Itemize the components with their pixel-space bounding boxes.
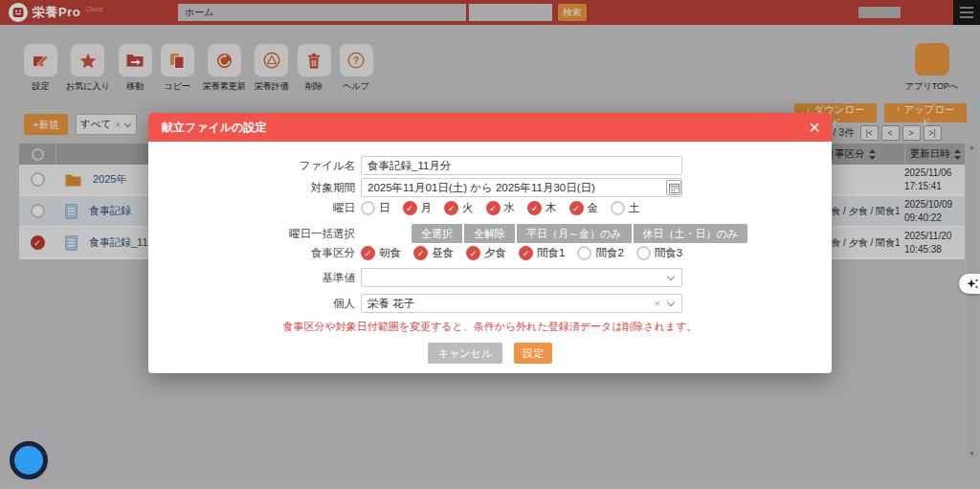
meal-option-label: 昼食 — [432, 246, 454, 260]
weekday-option-label: 日 — [379, 201, 390, 215]
meal-option-label: 朝食 — [379, 246, 401, 260]
meal-option[interactable]: ✓朝食 — [361, 246, 401, 260]
meal-category-label: 食事区分 — [148, 246, 361, 260]
weekday-option[interactable]: ✓水 — [486, 201, 516, 215]
meal-option[interactable]: ✓夕食 — [466, 246, 506, 260]
weekday-option[interactable]: ✓火 — [444, 201, 474, 215]
checked-circle-icon: ✓ — [403, 201, 417, 215]
weekday-option-label: 土 — [629, 201, 640, 215]
select-all-button[interactable]: 全選択 — [412, 224, 462, 243]
weekday-option-label: 木 — [546, 201, 557, 215]
checked-circle-icon: ✓ — [361, 246, 375, 260]
file-name-input[interactable] — [361, 156, 682, 175]
meal-options: ✓朝食✓昼食✓夕食✓間食1間食2間食3 — [361, 246, 811, 260]
app-screen: 栄養ProCloud ホーム 検索 設定お気に入り移動コピー栄養素更新栄養評価削… — [0, 0, 980, 489]
checked-circle-icon: ✓ — [444, 201, 458, 215]
weekday-option-label: 火 — [462, 201, 474, 215]
checked-circle-icon: ✓ — [527, 201, 542, 215]
dialog-header: 献立ファイルの設定 × — [148, 113, 832, 142]
deselect-all-button[interactable]: 全解除 — [464, 224, 515, 243]
weekday-option-label: 金 — [588, 201, 599, 215]
checked-circle-icon: ✓ — [569, 201, 584, 215]
period-input[interactable] — [361, 178, 682, 197]
person-label: 個人 — [148, 297, 361, 311]
warning-message: 食事区分や対象日付範囲を変更すると、条件から外れた登録済データは削除されます。 — [148, 320, 832, 334]
menu-file-settings-dialog: 献立ファイルの設定 × ファイル名 対象期間 曜日 日✓月✓火✓水✓木✓金土 曜… — [148, 113, 832, 373]
checked-circle-icon: ✓ — [413, 246, 428, 260]
sparkle-icon — [966, 278, 979, 291]
side-panel-toggle[interactable] — [959, 274, 980, 294]
submit-button[interactable]: 設定 — [514, 343, 552, 364]
weekday-option[interactable]: 日 — [361, 201, 390, 215]
dialog-title: 献立ファイルの設定 — [162, 120, 266, 136]
meal-option-label: 間食2 — [595, 246, 623, 260]
meal-option-label: 夕食 — [484, 246, 506, 260]
accessibility-widget-button[interactable] — [10, 441, 48, 479]
checked-circle-icon: ✓ — [486, 201, 501, 215]
meal-option[interactable]: ✓昼食 — [413, 246, 454, 260]
weekday-option[interactable]: ✓月 — [403, 201, 433, 215]
close-icon[interactable]: × — [809, 118, 820, 137]
checked-circle-icon: ✓ — [519, 246, 533, 260]
meal-option-label: 間食3 — [655, 246, 682, 260]
person-select[interactable]: 栄養 花子 × — [361, 294, 682, 313]
weekday-option[interactable]: ✓金 — [569, 201, 599, 215]
batch-buttons: 全選択全解除平日（月～金）のみ休日（土・日）のみ — [412, 224, 747, 243]
cancel-button[interactable]: キャンセル — [428, 343, 502, 364]
checked-circle-icon: ✓ — [466, 246, 480, 260]
weekday-option[interactable]: ✓木 — [527, 201, 557, 215]
unchecked-circle-icon — [636, 246, 651, 260]
meal-option[interactable]: 間食2 — [577, 246, 623, 260]
weekends-only-button[interactable]: 休日（土・日）のみ — [634, 224, 748, 243]
batch-select-label: 曜日一括選択 — [148, 227, 361, 241]
meal-option-label: 間食1 — [537, 246, 565, 260]
unchecked-circle-icon — [361, 201, 375, 215]
file-name-label: ファイル名 — [148, 159, 361, 173]
meal-option[interactable]: 間食3 — [636, 246, 682, 260]
unchecked-circle-icon — [611, 201, 625, 215]
meal-option[interactable]: ✓間食1 — [519, 246, 565, 260]
chevron-down-icon — [667, 272, 675, 279]
standard-value-label: 基準値 — [148, 271, 361, 285]
period-label: 対象期間 — [148, 181, 361, 195]
calendar-icon[interactable] — [666, 180, 681, 195]
clear-icon[interactable]: × — [655, 298, 660, 309]
standard-value-select[interactable] — [361, 268, 682, 287]
weekday-option[interactable]: 土 — [611, 201, 640, 215]
chevron-down-icon — [667, 298, 675, 305]
person-value: 栄養 花子 — [368, 297, 414, 311]
weekday-label: 曜日 — [148, 201, 361, 215]
weekday-options: 日✓月✓火✓水✓木✓金土 — [361, 201, 811, 215]
weekdays-only-button[interactable]: 平日（月～金）のみ — [517, 224, 632, 243]
unchecked-circle-icon — [577, 246, 591, 260]
weekday-option-label: 月 — [421, 201, 433, 215]
weekday-option-label: 水 — [504, 201, 516, 215]
